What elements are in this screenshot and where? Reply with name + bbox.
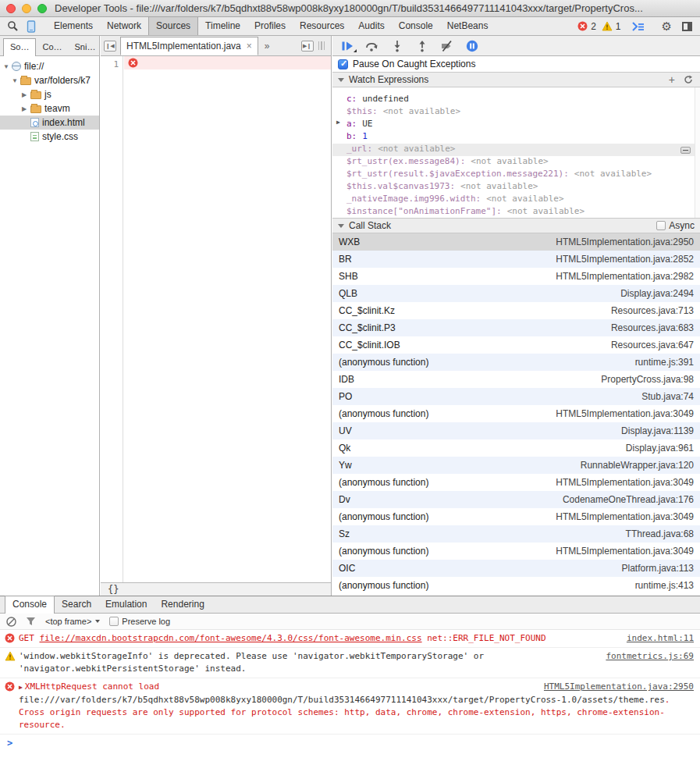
watch-expression[interactable]: _url:<not available> (332, 144, 700, 156)
frame-location[interactable]: HTML5Implementation.java:2852 (556, 254, 694, 265)
watch-expression[interactable]: $this.val$canvas1973:<not available> (332, 181, 700, 194)
resume-script-button[interactable] (340, 39, 354, 52)
minimize-window-button[interactable] (22, 4, 31, 13)
call-stack-frame[interactable]: Sz TThread.java:68 (332, 525, 700, 543)
navigator-tab[interactable]: Sni… (69, 39, 102, 55)
call-stack-frame[interactable]: CC_$clinit.Kz Resources.java:713 (332, 302, 700, 319)
watch-expression[interactable]: ▶a:UE (332, 119, 700, 131)
watch-expressions-header[interactable]: Watch Expressions + (332, 72, 700, 87)
frame-location[interactable]: Resources.java:683 (611, 322, 694, 333)
drawer-tab[interactable]: Search (55, 596, 98, 613)
file-tree-item[interactable]: ▼ var/folders/k7 (0, 73, 99, 87)
source-link[interactable]: HTML5Implementation.java:2950 (544, 681, 694, 693)
watch-expression[interactable]: c:undefined (332, 94, 700, 106)
file-tree-item[interactable]: ▶ teavm (0, 101, 99, 116)
call-stack-frame[interactable]: OIC Platform.java:113 (332, 560, 700, 577)
panel-tab[interactable]: Elements (47, 17, 100, 35)
call-stack-frame[interactable]: (anonymous function) HTML5Implementation… (332, 508, 700, 525)
more-tabs-icon[interactable]: » (265, 41, 270, 52)
frame-location[interactable]: Platform.java:113 (622, 563, 695, 574)
step-out-button[interactable] (415, 39, 428, 52)
panel-tab[interactable]: Audits (351, 17, 391, 35)
expand-message-icon[interactable]: ▶ (19, 684, 23, 691)
frame-location[interactable]: HTML5Implementation.java:3049 (556, 511, 694, 522)
drawer-tab[interactable]: Emulation (98, 596, 154, 613)
frame-location[interactable]: runtime.js:391 (635, 357, 694, 368)
source-link[interactable]: fontmetrics.js:69 (606, 650, 694, 663)
frame-context-selector[interactable]: <top frame> (45, 617, 100, 626)
dock-side-icon[interactable] (682, 22, 692, 31)
error-badge-icon[interactable] (577, 21, 588, 31)
hide-navigator-icon[interactable]: ❙◀ (104, 41, 116, 52)
console-prompt[interactable]: > (0, 735, 700, 752)
call-stack-frame[interactable]: UV Display.java:1139 (332, 422, 700, 439)
frame-location[interactable]: Display.java:1139 (621, 425, 694, 436)
panel-tab[interactable]: Profiles (247, 17, 293, 35)
call-stack-frame[interactable]: (anonymous function) runtime.js:413 (332, 577, 700, 594)
add-watch-icon[interactable]: + (669, 76, 675, 84)
async-checkbox[interactable] (656, 221, 666, 230)
filter-icon[interactable] (26, 617, 36, 626)
call-stack-frame[interactable]: Qk Display.java:961 (332, 439, 700, 457)
frame-location[interactable]: Stub.java:74 (641, 391, 694, 402)
call-stack-frame[interactable]: CC_$clinit.IOB Resources.java:647 (332, 336, 700, 354)
editor-tab[interactable]: HTML5Implementation.java × (120, 37, 258, 55)
step-into-button[interactable] (390, 39, 403, 52)
file-tree-item[interactable]: ▶ js (0, 87, 99, 101)
clear-console-icon[interactable] (6, 617, 16, 627)
call-stack-frame[interactable]: (anonymous function) runtime.js:391 (332, 354, 700, 371)
panel-tab[interactable]: NetBeans (440, 17, 496, 35)
close-tab-icon[interactable]: × (247, 43, 252, 49)
call-stack-frame[interactable]: IDB PropertyCross.java:98 (332, 371, 700, 388)
tree-disclosure-icon[interactable]: ▶ (22, 105, 30, 112)
watch-expression[interactable]: b:1 (332, 131, 700, 144)
file-tree-item[interactable]: style.css (0, 130, 99, 144)
refresh-watch-icon[interactable] (684, 75, 693, 84)
watch-expression[interactable]: $rt_ustr(ex.message84):<not available> (332, 156, 700, 169)
frame-location[interactable]: HTML5Implementation.java:3049 (556, 477, 694, 488)
deactivate-breakpoints-button[interactable] (440, 39, 453, 52)
frame-location[interactable]: HTML5Implementation.java:2950 (556, 237, 694, 247)
device-mode-icon[interactable] (23, 19, 39, 34)
call-stack-frame[interactable]: CC_$clinit.P3 Resources.java:683 (332, 319, 700, 336)
frame-location[interactable]: Display.java:2494 (620, 288, 694, 299)
watch-scrollbar[interactable] (695, 87, 700, 218)
zoom-window-button[interactable] (37, 4, 47, 13)
panel-tab[interactable]: Console (392, 17, 440, 35)
preserve-log-checkbox[interactable] (109, 617, 119, 626)
watch-expression[interactable]: $rt_ustr(result.$javaException.message22… (332, 169, 700, 181)
request-url-link[interactable]: file://maxcdn.bootstrapcdn.com/font-awes… (40, 633, 422, 643)
drawer-tab[interactable]: Console (5, 596, 55, 614)
frame-location[interactable]: HTML5Implementation.java:2982 (556, 271, 694, 282)
frame-location[interactable]: PropertyCross.java:98 (601, 374, 694, 385)
frame-location[interactable]: Resources.java:713 (611, 305, 694, 316)
frame-location[interactable]: HTML5Implementation.java:3049 (556, 546, 694, 557)
panel-tab[interactable]: Resources (293, 17, 351, 35)
frame-location[interactable]: HTML5Implementation.java:3049 (556, 408, 694, 419)
pause-on-caught-checkbox[interactable] (338, 59, 348, 69)
call-stack-header[interactable]: Call Stack Async (332, 218, 700, 233)
navigator-tab[interactable]: So… (3, 38, 36, 56)
watch-expression[interactable]: $this:<not available> (332, 106, 700, 119)
search-icon[interactable] (5, 19, 20, 34)
settings-gear-icon[interactable]: ⚙ (662, 20, 672, 34)
tree-disclosure-icon[interactable]: ▼ (12, 77, 20, 84)
console-drawer-toggle-icon[interactable] (631, 21, 645, 32)
frame-location[interactable]: Display.java:961 (626, 443, 694, 454)
warning-badge-icon[interactable] (602, 21, 613, 31)
remove-watch-icon[interactable] (680, 147, 691, 154)
call-stack-frame[interactable]: WXB HTML5Implementation.java:2950 (332, 233, 700, 251)
drawer-tab[interactable]: Rendering (154, 596, 211, 613)
source-link[interactable]: index.html:11 (627, 632, 694, 645)
panel-tab[interactable]: Sources (148, 17, 198, 35)
call-stack-frame[interactable]: (anonymous function) HTML5Implementation… (332, 543, 700, 560)
tree-disclosure-icon[interactable]: ▼ (3, 63, 12, 70)
call-stack-frame[interactable]: QLB Display.java:2494 (332, 285, 700, 302)
pause-on-exceptions-button[interactable] (465, 39, 478, 52)
panel-tab[interactable]: Network (100, 17, 148, 35)
pretty-print-button[interactable]: {} (101, 584, 126, 595)
call-stack-frame[interactable]: BR HTML5Implementation.java:2852 (332, 251, 700, 268)
watch-expression[interactable]: $instance["onAnimationFrame"]:<not avail… (332, 206, 700, 218)
call-stack-frame[interactable]: Yw RunnableWrapper.java:120 (332, 457, 700, 474)
file-tree-item[interactable]: ▼ file:// (0, 59, 99, 73)
